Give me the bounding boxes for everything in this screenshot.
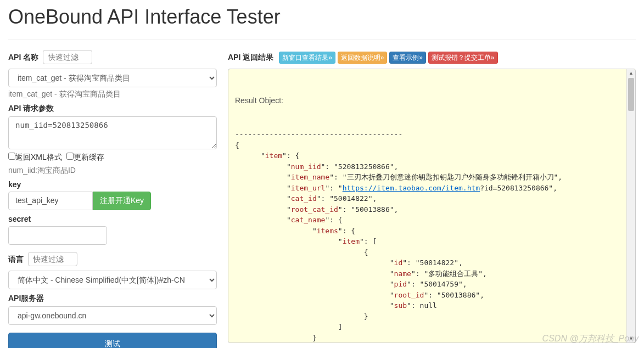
view-example-button[interactable]: 查看示例» [389, 52, 426, 64]
api-name-select[interactable]: item_cat_get - 获得淘宝商品类目 [8, 69, 217, 87]
new-window-button[interactable]: 新窗口查看结果» [279, 52, 335, 64]
scroll-down-icon[interactable]: ▼ [627, 335, 635, 343]
xml-checkbox[interactable] [8, 153, 15, 160]
lang-select[interactable]: 简体中文 - Chinese Simplified(中文[简体])#zh-CN [8, 271, 217, 289]
cache-checkbox-label: 更新缓存 [74, 153, 104, 161]
divider [8, 40, 636, 40]
lang-filter-input[interactable] [28, 252, 77, 266]
api-name-label: API 名称 [8, 53, 38, 63]
secret-label: secret [8, 215, 31, 223]
params-label: API 请求参数 [8, 104, 54, 114]
params-help: num_iid:淘宝商品ID [8, 166, 217, 176]
lang-label: 语言 [8, 255, 24, 265]
result-label: API 返回结果 [228, 53, 273, 63]
result-box: Result Object: -------------------------… [228, 69, 636, 343]
report-error-button[interactable]: 测试报错？提交工单» [428, 52, 498, 64]
secret-input[interactable] [8, 226, 107, 245]
xml-checkbox-label: 返回XML格式 [15, 153, 62, 161]
test-button[interactable]: 测试 [8, 333, 217, 348]
scrollbar[interactable]: ▲ ▼ [626, 69, 635, 343]
scroll-up-icon[interactable]: ▲ [627, 69, 635, 77]
key-input[interactable] [8, 192, 93, 210]
server-label: API服务器 [8, 294, 44, 304]
params-textarea[interactable]: num_iid=520813250866 [8, 116, 217, 149]
scrollbar-thumb[interactable] [628, 78, 634, 111]
data-explain-button[interactable]: 返回数据说明» [338, 52, 388, 64]
api-name-help: item_cat_get - 获得淘宝商品类目 [8, 89, 217, 99]
result-content[interactable]: Result Object: -------------------------… [228, 69, 626, 343]
register-key-button[interactable]: 注册开通Key [93, 192, 151, 210]
server-select[interactable]: api-gw.onebound.cn [8, 306, 217, 325]
page-title: OneBound API Interface Tester [8, 5, 636, 29]
result-object-title: Result Object: [235, 95, 620, 106]
key-label: key [8, 180, 21, 189]
api-name-filter-input[interactable] [43, 50, 92, 64]
cache-checkbox[interactable] [66, 153, 74, 160]
